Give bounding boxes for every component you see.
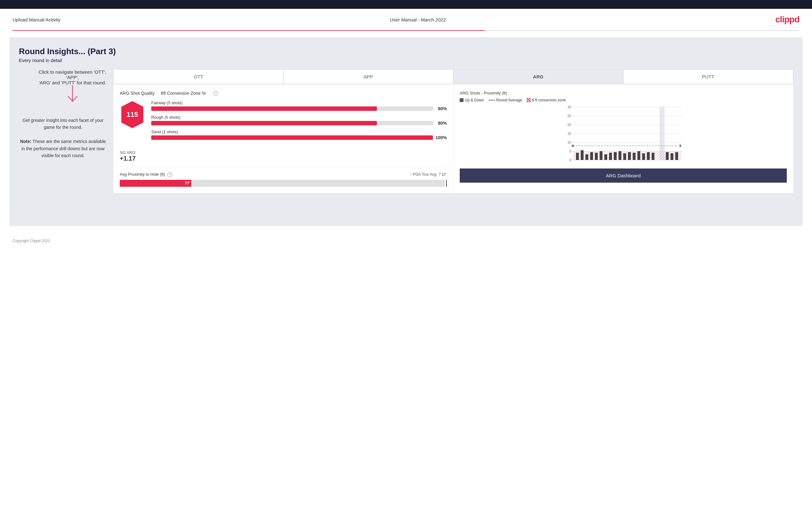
logo: clippd (775, 14, 799, 24)
left-panel: Click to navigate between 'OTT', 'APP','… (19, 69, 107, 159)
svg-rect-35 (666, 152, 669, 160)
chart-title: ARG Shots - Proximity (ft) (460, 91, 507, 96)
main-content: Round Insights... (Part 3) Every round i… (9, 37, 803, 226)
bar-bg-fairway (151, 106, 433, 111)
legend-item-roundavg: Round Average (489, 98, 522, 102)
chart-svg: 30 25 20 15 10 5 0 (460, 106, 787, 168)
hexagon-value: 115 (127, 111, 138, 119)
svg-rect-16 (573, 151, 681, 160)
svg-rect-26 (614, 152, 617, 160)
svg-text:20: 20 (567, 123, 571, 127)
svg-rect-21 (590, 152, 593, 160)
hexagon: 115 (120, 101, 145, 129)
arg-shot-quality-label: ARG Shot Quality (120, 91, 155, 96)
svg-rect-17 (659, 107, 665, 160)
svg-text:10: 10 (567, 140, 571, 144)
card: OTT APP ARG PUTT ARG Shot Quality 6ft Co… (113, 69, 793, 193)
pga-avg: ↑ PGA Tour Avg: 7'10" (410, 172, 447, 177)
shot-label-fairway: Fairway (5 shots) (151, 101, 447, 105)
legend-box-updown (460, 98, 463, 102)
legend-box-conversion (527, 98, 530, 102)
doc-title: User Manual - March 2022 (390, 17, 446, 22)
svg-rect-28 (623, 153, 626, 160)
page-subtitle: Every round in detail (19, 58, 793, 63)
svg-rect-30 (633, 153, 636, 160)
tab-ott[interactable]: OTT (113, 69, 283, 84)
proximity-cursor (446, 180, 447, 187)
proximity-section: Avg Proximity to Hole (ft) ? ↑ PGA Tour … (120, 167, 447, 187)
shot-row-fairway: Fairway (5 shots) 80% (151, 101, 447, 111)
question-icon[interactable]: ? (213, 91, 218, 96)
bar-fill-rough (151, 121, 377, 125)
svg-rect-19 (581, 150, 583, 160)
bar-pct-fairway: 80% (436, 106, 447, 111)
legend-label-updown: Up & Down (465, 98, 484, 102)
chart-legend: Up & Down Round Average 6 ft conversion … (460, 98, 787, 102)
sg-value: +1.17 (120, 155, 447, 162)
sg-section: SG ARG +1.17 (120, 150, 447, 162)
arg-dashboard-button[interactable]: ARG Dashboard (460, 168, 787, 183)
header-divider (13, 30, 799, 31)
insight-text: Get greater insight into each facet of y… (19, 117, 107, 159)
svg-rect-32 (642, 153, 645, 160)
svg-rect-25 (609, 153, 612, 160)
svg-rect-29 (628, 152, 631, 160)
svg-text:5: 5 (569, 149, 571, 153)
chart-header: ARG Shots - Proximity (ft) (460, 91, 787, 96)
bar-bg-sand (151, 135, 433, 140)
legend-item-conversion: 6 ft conversion zone (527, 98, 566, 102)
copyright: Copyright Clippd 2021 (13, 239, 50, 243)
svg-rect-31 (638, 151, 640, 160)
tab-arg[interactable]: ARG (453, 69, 623, 84)
upload-link[interactable]: Upload Manual Activity (13, 17, 60, 22)
proximity-bar-bg: 77' (120, 180, 445, 187)
legend-dashed (489, 100, 495, 101)
bar-fill-fairway (151, 106, 377, 111)
proximity-label: Avg Proximity to Hole (ft) ? (120, 172, 172, 177)
legend-label-roundavg: Round Average (496, 98, 522, 102)
svg-rect-20 (586, 154, 588, 160)
right-chart: ARG Shots - Proximity (ft) Up & Down Rou… (453, 84, 793, 193)
tab-putt[interactable]: PUTT (623, 69, 793, 84)
card-body: ARG Shot Quality 6ft Conversion Zone % ?… (113, 84, 793, 193)
proximity-header: Avg Proximity to Hole (ft) ? ↑ PGA Tour … (120, 172, 447, 177)
svg-rect-27 (618, 151, 621, 160)
nav-hint-text: Click to navigate between 'OTT', 'APP','… (38, 69, 107, 86)
legend-item-updown: Up & Down (460, 98, 484, 102)
svg-rect-37 (675, 152, 678, 160)
svg-rect-34 (652, 153, 654, 160)
bar-pct-rough: 80% (436, 121, 447, 126)
svg-text:0: 0 (569, 158, 571, 162)
shot-quality-bars: Fairway (5 shots) 80% Rou (151, 101, 447, 144)
bar-pct-sand: 100% (436, 135, 447, 140)
svg-text:25: 25 (567, 114, 571, 118)
hexagon-container: 115 Fairway (5 shots) (120, 101, 447, 144)
arrow-annotation (38, 86, 107, 107)
bar-fill-sand (151, 135, 433, 140)
svg-rect-33 (647, 152, 650, 160)
shot-label-rough: Rough (5 shots) (151, 115, 447, 120)
svg-rect-24 (604, 154, 607, 160)
bar-bg-rough (151, 121, 433, 125)
svg-rect-22 (595, 153, 598, 160)
svg-text:15: 15 (567, 132, 571, 135)
footer: Copyright Clippd 2021 (0, 232, 812, 249)
proximity-bar-fill: 77' (120, 180, 191, 187)
svg-rect-18 (576, 153, 579, 160)
tab-app[interactable]: APP (283, 69, 453, 84)
top-bar (0, 0, 812, 9)
shot-label-sand: Sand (1 shots) (151, 129, 447, 134)
proximity-question-icon[interactable]: ? (167, 172, 172, 177)
header: Upload Manual Activity User Manual - Mar… (0, 9, 812, 30)
proximity-value: 77' (185, 181, 190, 185)
chart-area: 30 25 20 15 10 5 0 (460, 106, 787, 168)
svg-point-39 (571, 145, 574, 147)
page-title: Round Insights... (Part 3) (19, 47, 793, 56)
svg-rect-36 (670, 153, 673, 160)
stats-header: ARG Shot Quality 6ft Conversion Zone % ? (120, 91, 447, 96)
legend-label-conversion: 6 ft conversion zone (532, 98, 566, 102)
svg-text:30: 30 (567, 106, 571, 109)
shot-row-sand: Sand (1 shots) 100% (151, 129, 447, 140)
svg-rect-23 (600, 151, 603, 160)
conversion-label: 6ft Conversion Zone % (161, 91, 206, 96)
